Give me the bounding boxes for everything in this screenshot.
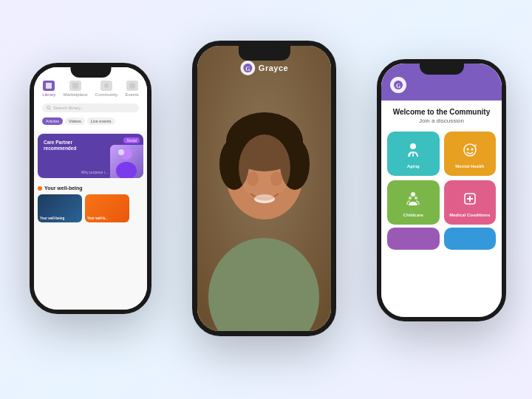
medical-icon (462, 191, 478, 211)
svg-point-2 (104, 83, 109, 88)
library-icon (43, 81, 55, 91)
svg-text:+: + (474, 143, 477, 147)
grid-card-mental[interactable]: + Mental Health (444, 132, 497, 176)
phone-left-content: Library Marketplace Community (34, 67, 147, 310)
svg-rect-0 (46, 83, 52, 89)
notch-right (420, 64, 464, 75)
tag-live-events[interactable]: Live events (87, 117, 115, 125)
notch-left (70, 67, 111, 78)
bottom-row (381, 228, 502, 253)
svg-text:G: G (245, 66, 250, 72)
svg-point-35 (415, 197, 417, 200)
svg-point-10 (118, 149, 124, 155)
community-icon (100, 81, 112, 91)
svg-point-30 (466, 149, 468, 151)
welcome-section: Welcome to the Community Join a discussi… (381, 100, 502, 129)
featured-card[interactable]: Social Care Partner recommended Why purp… (38, 134, 143, 178)
grid-card-medical[interactable]: Medical Conditions (444, 180, 497, 225)
card-image (110, 145, 143, 178)
card-side-text: Why purpose i... (81, 170, 108, 174)
phones-container: Library Marketplace Community (0, 0, 532, 399)
welcome-title: Welcome to the Community (387, 108, 496, 116)
svg-line-7 (50, 109, 51, 110)
aging-label: Aging (407, 164, 420, 168)
phone-center: G Grayce (192, 41, 336, 336)
phone-left: Library Marketplace Community (30, 63, 151, 314)
childcare-label: Childcare (403, 213, 423, 217)
mental-health-label: Mental Health (455, 164, 484, 168)
tag-articles[interactable]: Articles (42, 117, 63, 125)
thumbnail-1[interactable]: Your well-being (38, 194, 82, 222)
notch-center (239, 46, 290, 61)
nav-community[interactable]: Community (95, 81, 117, 97)
svg-point-26 (410, 143, 416, 149)
thumbnail-label-1: Your well-being (40, 216, 64, 220)
svg-point-9 (116, 162, 137, 178)
events-icon (126, 81, 138, 91)
childcare-icon (405, 191, 421, 211)
right-logo: G (390, 77, 406, 93)
phone-right-content: G Welcome to the Community Join a discus… (381, 64, 502, 317)
aging-icon (405, 142, 421, 162)
svg-rect-1 (72, 83, 78, 89)
svg-text:G: G (396, 83, 400, 89)
wellbeing-dot (38, 186, 42, 191)
tag-videos[interactable]: Videos (65, 117, 85, 125)
thumbnail-row: Your well-being Your well-b... (34, 192, 147, 225)
grid-card-childcare[interactable]: Childcare (387, 180, 440, 225)
svg-point-33 (411, 192, 415, 197)
thumbnail-2[interactable]: Your well-b... (85, 194, 129, 222)
nav-events[interactable]: Events (125, 81, 138, 97)
center-logo: G Grayce (240, 61, 288, 75)
brand-name: Grayce (259, 64, 288, 72)
svg-point-6 (47, 106, 50, 109)
phone-center-content: G Grayce (197, 46, 331, 331)
nav-marketplace[interactable]: Marketplace (64, 81, 88, 97)
filter-tags: Articles Videos Live events (38, 115, 143, 128)
svg-rect-3 (129, 83, 135, 89)
mental-health-icon: + (462, 142, 478, 162)
thumbnail-label-2: Your well-b... (87, 216, 108, 220)
grid-card-aging[interactable]: Aging (387, 132, 440, 176)
bottom-card-1[interactable] (387, 228, 440, 250)
svg-point-31 (471, 149, 473, 151)
search-bar[interactable]: Search library... (42, 103, 139, 112)
marketplace-icon (69, 81, 81, 91)
wellbeing-section: Your well-being (34, 181, 147, 192)
nav-library[interactable]: Library (42, 81, 55, 97)
grayce-icon: G (240, 61, 255, 75)
card-title: Care Partner recommended (44, 140, 95, 151)
search-icon (47, 106, 51, 110)
svg-point-34 (409, 197, 412, 200)
phone-right: G Welcome to the Community Join a discus… (377, 59, 506, 321)
left-nav: Library Marketplace Community (38, 81, 143, 97)
bottom-card-2[interactable] (444, 228, 497, 250)
community-grid: Aging + Mental Health Childcare (381, 129, 502, 228)
svg-point-21 (239, 134, 290, 201)
svg-rect-5 (132, 83, 134, 85)
svg-rect-4 (131, 83, 132, 85)
social-badge: Social (123, 137, 140, 143)
welcome-subtitle: Join a discussion (387, 117, 496, 124)
center-bg (197, 46, 331, 331)
medical-label: Medical Conditions (449, 213, 490, 217)
